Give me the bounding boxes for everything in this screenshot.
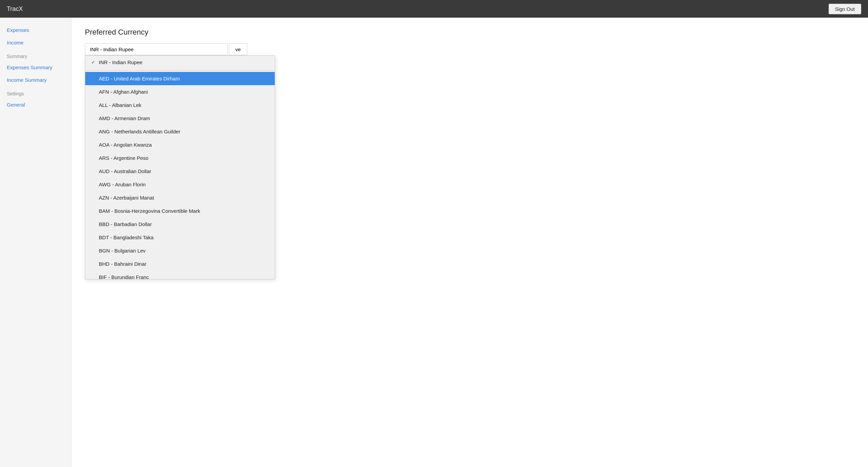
dropdown-item-label: BAM - Bosnia-Herzegovina Convertible Mar… xyxy=(99,208,200,214)
save-button[interactable]: ve xyxy=(229,43,247,55)
dropdown-current-value: INR - Indian Rupee xyxy=(90,46,133,52)
dropdown-item[interactable]: ANG - Netherlands Antillean Guilder xyxy=(85,125,275,138)
dropdown-item-label: ANG - Netherlands Antillean Guilder xyxy=(99,129,180,134)
currency-dropdown-container: INR - Indian Rupee ✓INR - Indian RupeeAE… xyxy=(85,43,228,55)
dropdown-item-label: AZN - Azerbaijani Manat xyxy=(99,195,154,201)
dropdown-item[interactable]: AMD - Armenian Dram xyxy=(85,112,275,125)
page-title: Preferred Currency xyxy=(85,28,854,37)
main-content: Preferred Currency INR - Indian Rupee ✓I… xyxy=(71,18,868,467)
sidebar-item-expenses[interactable]: Expenses xyxy=(0,24,71,36)
dropdown-item[interactable]: AFN - Afghan Afghani xyxy=(85,85,275,98)
dropdown-item-label: ARS - Argentine Peso xyxy=(99,155,148,161)
sidebar: Expenses Income Summary Expenses Summary… xyxy=(0,18,71,467)
topbar: TracX Sign Out xyxy=(0,0,868,18)
dropdown-item[interactable]: BHD - Bahraini Dinar xyxy=(85,257,275,270)
dropdown-item[interactable]: AUD - Australian Dollar xyxy=(85,165,275,178)
dropdown-item-label: AWG - Aruban Florin xyxy=(99,182,146,187)
dropdown-item-label: BBD - Barbadian Dollar xyxy=(99,221,152,227)
sidebar-item-income-summary[interactable]: Income Summary xyxy=(0,74,71,86)
currency-dropdown-trigger[interactable]: INR - Indian Rupee xyxy=(85,43,228,55)
currency-dropdown-list[interactable]: ✓INR - Indian RupeeAED - United Arab Emi… xyxy=(85,55,275,279)
dropdown-item-label: AOA - Angolan Kwanza xyxy=(99,142,152,148)
dropdown-item-label: AUD - Australian Dollar xyxy=(99,168,151,174)
dropdown-item[interactable]: AED - United Arab Emirates Dirham xyxy=(85,72,275,85)
sidebar-item-income[interactable]: Income xyxy=(0,36,71,49)
sidebar-section-summary: Summary xyxy=(0,49,71,61)
dropdown-item[interactable]: ARS - Argentine Peso xyxy=(85,151,275,165)
dropdown-item[interactable]: BDT - Bangladeshi Taka xyxy=(85,231,275,244)
dropdown-item[interactable]: ALL - Albanian Lek xyxy=(85,98,275,112)
dropdown-item-label: BIF - Burundian Franc xyxy=(99,274,149,279)
dropdown-item[interactable]: BGN - Bulgarian Lev xyxy=(85,244,275,257)
dropdown-item[interactable]: AWG - Aruban Florin xyxy=(85,178,275,191)
dropdown-item-label: BDT - Bangladeshi Taka xyxy=(99,235,153,240)
dropdown-separator xyxy=(85,70,275,71)
dropdown-item-label: AFN - Afghan Afghani xyxy=(99,89,148,95)
dropdown-item[interactable]: ✓INR - Indian Rupee xyxy=(85,56,275,69)
dropdown-check-icon: ✓ xyxy=(91,60,96,65)
dropdown-item-label: AMD - Armenian Dram xyxy=(99,115,150,121)
dropdown-item-label: ALL - Albanian Lek xyxy=(99,102,141,108)
dropdown-item[interactable]: AZN - Azerbaijani Manat xyxy=(85,191,275,204)
app-title: TracX xyxy=(7,5,23,13)
sidebar-item-general[interactable]: General xyxy=(0,98,71,111)
sidebar-item-expenses-summary[interactable]: Expenses Summary xyxy=(0,61,71,74)
currency-row: INR - Indian Rupee ✓INR - Indian RupeeAE… xyxy=(85,43,854,55)
dropdown-item[interactable]: AOA - Angolan Kwanza xyxy=(85,138,275,151)
dropdown-item[interactable]: BIF - Burundian Franc xyxy=(85,270,275,279)
sidebar-section-settings: Settings xyxy=(0,86,71,98)
dropdown-item[interactable]: BBD - Barbadian Dollar xyxy=(85,218,275,231)
dropdown-item-label: AED - United Arab Emirates Dirham xyxy=(99,76,180,81)
dropdown-item-label: INR - Indian Rupee xyxy=(99,59,142,65)
dropdown-item-label: BGN - Bulgarian Lev xyxy=(99,248,146,254)
dropdown-item-label: BHD - Bahraini Dinar xyxy=(99,261,146,267)
signout-button[interactable]: Sign Out xyxy=(829,4,861,14)
layout: Expenses Income Summary Expenses Summary… xyxy=(0,18,868,467)
dropdown-item[interactable]: BAM - Bosnia-Herzegovina Convertible Mar… xyxy=(85,204,275,218)
